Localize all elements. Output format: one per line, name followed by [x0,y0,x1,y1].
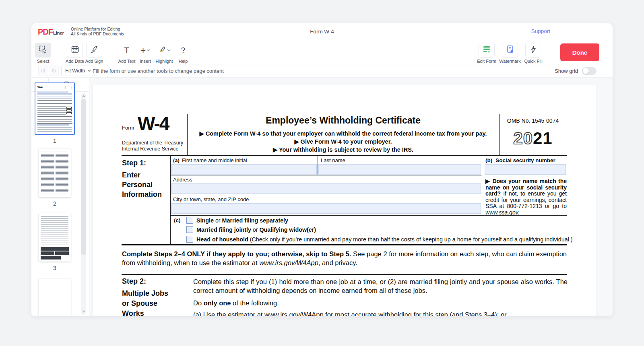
step2-sub2: or Spouse [122,299,157,308]
scroll-up-arrow[interactable] [82,95,85,97]
page-thumbnail-3[interactable] [39,213,71,262]
document-canvas: Form W-4 Department of the Treasury Inte… [89,78,613,316]
toggle-knob [583,68,589,74]
add-sign-button[interactable]: Add Sign [81,43,107,64]
city-label: City or town, state, and ZIP code [173,196,249,202]
single-checkbox[interactable] [186,217,193,224]
ssn-label: (b)Social security number [485,157,555,163]
zoom-mode-value: Fit Width [65,68,85,74]
show-grid-label: Show grid [555,68,578,74]
scroll-down-arrow[interactable] [82,311,85,313]
steps-note-bold: Complete Steps 2–4 ONLY if they apply to… [122,250,351,257]
ssn-column-divider [482,156,482,215]
step2-sub3: Works [122,309,144,316]
select-tool-button[interactable]: Select [31,43,56,64]
calendar-icon [71,45,79,55]
document-title: Form W-4 [31,29,613,35]
form-number: W-4 [138,113,169,134]
option3-bold1: Head of household [196,236,248,243]
steps-note-end: , and privacy. [318,259,357,266]
thick-rule-1 [122,155,567,156]
do-pre: Do [193,299,204,307]
watermark-button[interactable]: Watermark [497,43,523,64]
married-jointly-checkbox[interactable] [186,226,193,233]
step1-sub1: Enter [122,171,140,179]
page-number-3: 3 [39,264,71,271]
undo-button[interactable]: ↺ [38,66,48,76]
row-a-bottom-line [170,175,482,175]
sidebar-scrollbar[interactable] [81,93,86,315]
show-grid-toggle[interactable] [582,67,597,75]
last-name-label: Last name [321,157,345,163]
thumbnail-1-preview: W-4 [37,85,72,132]
page-thumbnail-1[interactable]: W-4 [35,82,75,135]
chevron-down-icon [87,70,91,72]
option1-bold2: Married filing separately [222,217,288,224]
add-sign-label: Add Sign [85,59,103,64]
option1-mid: or [214,217,222,224]
do-bold: only one [204,299,231,307]
form-bullet-3: ▶ Your withholding is subject to review … [187,146,499,153]
help-button[interactable]: ? Help [170,43,196,64]
watermark-label: Watermark [499,59,520,64]
city-input[interactable] [171,203,481,214]
thick-rule-2 [122,244,567,245]
form-bullet-2: ▶ Give Form W-4 to your employer. [187,138,499,145]
step1-left-border [170,156,171,244]
page-thumbnail-2[interactable] [39,149,71,197]
lightning-bolt-icon [529,45,537,55]
step1-label: Step 1: [122,159,146,167]
sub-toolbar: ↺ ↻ Fit Width Fill the form or use anoth… [31,64,613,78]
filing-option-2: Married filing jointly or Qualifying wid… [196,227,316,233]
omb-number: OMB No. 1545-0074 [499,117,567,124]
a-tag: (a) [173,157,180,163]
redo-button[interactable]: ↻ [49,66,59,76]
highlighter-icon [158,45,166,55]
option2-bold1: Married filing jointly [196,227,251,233]
option3-rest: (Check only if you’re unmarried and pay … [250,236,573,243]
quick-fill-label: Quick Fill [524,59,542,64]
head-of-household-checkbox[interactable] [186,236,193,243]
step2-label: Step 2: [122,277,146,286]
last-name-input[interactable] [318,164,481,175]
address-input[interactable] [171,183,481,194]
select-tool-label: Select [37,59,50,64]
steps-note-italic: www.irs.gov/W4App [259,259,318,266]
done-button[interactable]: Done [560,43,599,61]
edit-form-icon [482,45,491,55]
quick-fill-button[interactable]: Quick Fill [520,43,546,64]
step2-do-only-one: Do only one of the following. [193,299,279,307]
page-thumbnail-4[interactable] [39,279,71,316]
ssn-bottom-line [482,176,567,176]
first-name-input[interactable] [171,164,317,175]
filing-option-1: Single or Married filing separately [196,217,288,224]
w4-form-page: Form W-4 Department of the Treasury Inte… [93,84,596,316]
insert-label: Insert [140,59,151,64]
signature-quill-icon [90,45,99,55]
watermark-icon [506,45,514,55]
form-word: Form [122,125,134,131]
name-fields-divider [318,156,318,175]
filing-option-3: Head of household (Check only if you’re … [196,236,573,243]
question-mark-icon: ? [181,46,186,55]
step2-partial-line: (a) Use the estimator at www.irs.gov/W4A… [193,311,507,316]
c-tag: (c) [174,217,181,223]
undo-icon: ↺ [41,67,46,74]
department-lines: Department of the Treasury Internal Reve… [122,140,183,152]
select-icon [39,45,47,56]
form-year: 2021 [499,129,567,148]
edit-form-button[interactable]: Edit Form [474,43,500,64]
scrollbar-thumb[interactable] [81,99,86,255]
ssn-label-text: Social security number [495,157,555,163]
year-solid-part: 21 [533,129,553,148]
form-bullet-1: ▶ Complete Form W-4 so that your employe… [187,130,499,137]
thumbnail-2-preview [40,150,69,196]
app-header: PDFLiner Online Platform for Editing All… [31,23,613,39]
thick-rule-3 [122,274,567,275]
support-link[interactable]: Support [531,28,550,34]
option1-bold1: Single [196,217,214,224]
zoom-mode-dropdown[interactable]: Fit Width [61,66,95,76]
ssn-input[interactable] [485,164,566,175]
main-toolbar: Select Add Date Add Sign T Add Text + In… [31,39,613,64]
page-number-1: 1 [35,137,75,144]
